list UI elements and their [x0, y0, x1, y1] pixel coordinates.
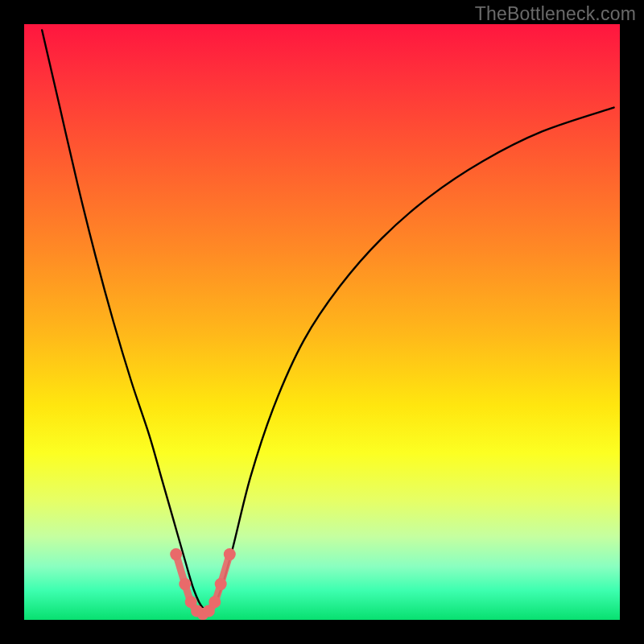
bottleneck-curve [42, 30, 613, 610]
watermark-text: TheBottleneck.com [475, 3, 636, 25]
valley-markers [170, 548, 236, 620]
svg-point-0 [170, 548, 182, 560]
svg-point-8 [224, 548, 236, 560]
chart-svg [24, 24, 620, 620]
svg-point-6 [208, 596, 221, 608]
plot-area [24, 24, 620, 620]
svg-point-7 [215, 578, 227, 590]
svg-point-1 [179, 578, 191, 590]
chart-frame: TheBottleneck.com [0, 0, 644, 644]
